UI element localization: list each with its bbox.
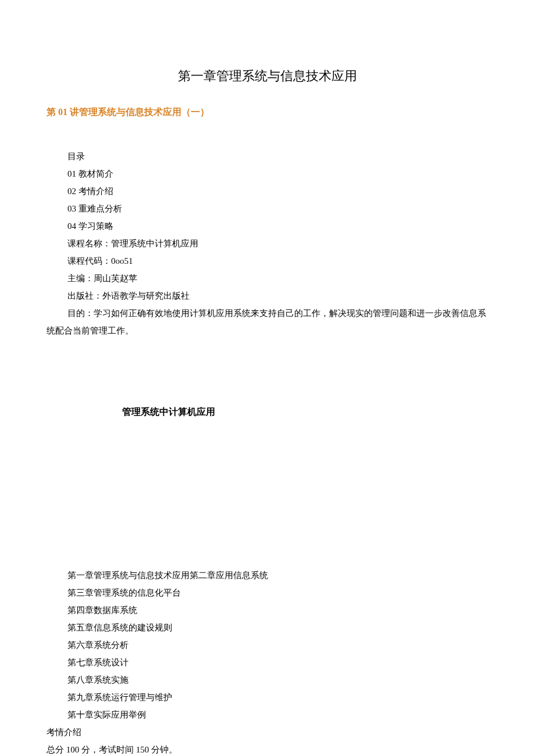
toc-block: 目录 01 教材简介 02 考情介绍 03 重难点分析 04 学习策略 课程名称…: [47, 148, 488, 304]
chapter-item: 第六章系统分析: [47, 636, 488, 654]
chapters-block: 第一章管理系统与信息技术应用第二章应用信息系统 第三章管理系统的信息化平台 第四…: [47, 567, 488, 723]
toc-item: 02 考情介绍: [67, 182, 488, 200]
toc-item: 03 重难点分析: [67, 200, 488, 217]
editor: 主编：周山芙赵苹: [67, 270, 488, 287]
chapter-item: 第三章管理系统的信息化平台: [47, 584, 488, 601]
exam-intro-label: 考情介绍: [47, 723, 488, 741]
toc-label: 目录: [67, 148, 488, 165]
chapter-item: 第十章实际应用举例: [47, 706, 488, 723]
publisher: 出版社：外语教学与研究出版社: [67, 287, 488, 304]
toc-item: 04 学习策略: [67, 217, 488, 235]
objective: 目的：学习如何正确有效地使用计算机应用系统来支持自己的工作，解决现实的管理问题和…: [47, 304, 488, 339]
chapter-item: 第八章系统实施: [47, 671, 488, 689]
lecture-title: 第 01 讲管理系统与信息技术应用（一）: [47, 103, 488, 121]
chapter-item: 第九章系统运行管理与维护: [47, 689, 488, 706]
toc-item: 01 教材简介: [67, 165, 488, 182]
chapter-item: 第七章系统设计: [47, 654, 488, 671]
chapter-item: 第四章数据库系统: [47, 601, 488, 619]
course-app-title: 管理系统中计算机应用: [47, 403, 488, 421]
course-code: 课程代码：0oo51: [67, 252, 488, 270]
chapter-item: 第一章管理系统与信息技术应用第二章应用信息系统: [47, 567, 488, 584]
chapter-title: 第一章管理系统与信息技术应用: [47, 64, 488, 88]
course-name: 课程名称：管理系统中计算机应用: [67, 235, 488, 252]
exam-summary: 总分 100 分，考试时间 150 分钟。: [47, 741, 488, 756]
chapter-item: 第五章信息系统的建设规则: [47, 619, 488, 636]
